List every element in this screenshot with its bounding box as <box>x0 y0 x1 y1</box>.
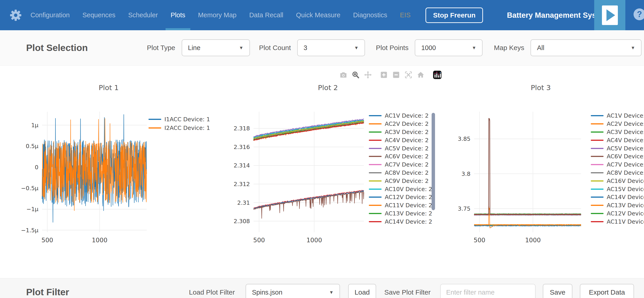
load-plot-filter-label: Load Plot Filter <box>189 284 235 298</box>
legend-item[interactable]: AC11V Device: 2 <box>369 201 432 210</box>
legend-line-swatch <box>148 128 161 128</box>
y-tick-label: 0 <box>35 164 38 170</box>
legend-line-swatch <box>591 140 604 141</box>
nav-tab-configuration[interactable]: Configuration <box>29 0 72 30</box>
legend-label: AC2V Device: 2 <box>385 120 429 127</box>
export-data-button[interactable]: Export Data <box>580 284 634 298</box>
legend-line-swatch <box>369 213 382 214</box>
run-play-button[interactable] <box>594 0 625 30</box>
plot-type-select[interactable]: Line ▼ <box>182 39 250 56</box>
plot-points-select[interactable]: 1000 ▼ <box>415 39 482 56</box>
legend-item[interactable]: AC8V Device: 3 <box>591 169 644 177</box>
nav-tab-diagnostics[interactable]: Diagnostics <box>351 0 389 30</box>
plot-legend: AC1V Device: 3AC2V Device: 3AC3V Device:… <box>591 112 644 226</box>
legend-item[interactable]: AC10V Device: 2 <box>369 185 432 193</box>
legend-item[interactable]: AC1V Device: 2 <box>369 112 432 120</box>
legend-line-swatch <box>369 115 382 116</box>
legend-item[interactable]: AC6V Device: 3 <box>591 152 644 160</box>
series-line <box>474 118 581 214</box>
legend-label: AC8V Device: 2 <box>385 170 429 176</box>
y-tick-label: 0.5µ <box>26 143 38 150</box>
chevron-down-icon: ▼ <box>354 45 358 50</box>
x-tick-label: 1000 <box>92 236 108 244</box>
legend-item[interactable]: AC5V Device: 2 <box>369 144 432 152</box>
legend-label: AC6V Device: 2 <box>385 153 429 160</box>
legend-item[interactable]: AC2V Device: 2 <box>369 120 432 128</box>
nav-tab-data-recall[interactable]: Data Recall <box>248 0 285 30</box>
legend-item[interactable]: AC3V Device: 2 <box>369 128 432 136</box>
y-tick-label: 3.85 <box>458 136 470 142</box>
plot-type-control: Plot Type Line ▼ <box>147 30 250 65</box>
legend-line-swatch <box>591 172 604 173</box>
map-keys-label: Map Keys <box>494 44 524 52</box>
legend-label: AC10V Device: 2 <box>385 186 432 192</box>
settings-gear-icon[interactable] <box>10 9 22 22</box>
legend-line-swatch <box>369 140 382 141</box>
plot-title: Plot 2 <box>318 84 338 92</box>
legend-item[interactable]: AC15V Device: 3 <box>591 185 644 193</box>
nav-tab-sequences[interactable]: Sequences <box>81 0 117 30</box>
legend-label: AC1V Device: 3 <box>607 112 644 119</box>
legend-label: I1ACC Device: 1 <box>164 116 210 122</box>
save-button[interactable]: Save <box>543 284 572 298</box>
load-filter-select[interactable]: Spins.json ▼ <box>246 284 340 298</box>
load-filter-value: Spins.json <box>252 289 282 296</box>
plot-count-value: 3 <box>304 44 307 52</box>
help-icon[interactable]: ? <box>634 8 644 20</box>
legend-line-swatch <box>369 205 382 206</box>
plot-count-select[interactable]: 3 ▼ <box>297 39 365 56</box>
map-keys-select[interactable]: All ▼ <box>530 39 642 56</box>
stop-freerun-button[interactable]: Stop Freerun <box>426 8 483 23</box>
legend-item[interactable]: AC2V Device: 3 <box>591 120 644 128</box>
filter-name-input[interactable] <box>440 284 536 298</box>
legend-item[interactable]: AC9V Device: 2 <box>369 177 432 185</box>
legend-item[interactable]: AC3V Device: 3 <box>591 128 644 136</box>
legend-item[interactable]: AC14V Device: 3 <box>591 193 644 201</box>
load-button[interactable]: Load <box>348 284 376 298</box>
legend-line-swatch <box>591 115 604 116</box>
nav-tab-quick-measure[interactable]: Quick Measure <box>294 0 342 30</box>
legend-item[interactable]: AC16V Device: 3 <box>591 177 644 185</box>
plot-title: Plot 3 <box>531 84 551 92</box>
legend-item[interactable]: AC4V Device: 3 <box>591 136 644 144</box>
legend-label: AC3V Device: 2 <box>385 129 429 135</box>
legend-line-swatch <box>591 164 604 165</box>
y-tick-label: 2.314 <box>234 162 250 169</box>
chevron-down-icon: ▼ <box>631 45 635 50</box>
nav-tab-scheduler[interactable]: Scheduler <box>126 0 160 30</box>
load-filter-select-wrap: Spins.json ▼ <box>246 284 340 298</box>
legend-item[interactable]: AC11V Device: 3 <box>591 218 644 226</box>
save-plot-filter-label: Save Plot Filter <box>384 284 430 298</box>
legend-item[interactable]: I1ACC Device: 1 <box>148 115 210 124</box>
legend-scrollbar[interactable] <box>432 113 435 210</box>
x-tick-label: 500 <box>253 236 265 244</box>
legend-label: AC15V Device: 3 <box>607 186 644 192</box>
legend-item[interactable]: AC12V Device: 2 <box>369 193 432 201</box>
legend-item[interactable]: AC6V Device: 2 <box>369 152 432 160</box>
legend-item[interactable]: AC4V Device: 2 <box>369 136 432 144</box>
legend-item[interactable]: AC1V Device: 3 <box>591 112 644 120</box>
legend-label: AC7V Device: 2 <box>385 161 429 168</box>
nav-tab-plots[interactable]: Plots <box>169 0 187 30</box>
legend-item[interactable]: AC13V Device: 3 <box>591 201 644 210</box>
legend-item[interactable]: AC14V Device: 2 <box>369 218 432 226</box>
plot-legend: AC1V Device: 2AC2V Device: 2AC3V Device:… <box>369 112 432 226</box>
legend-item[interactable]: AC7V Device: 2 <box>369 160 432 169</box>
play-icon <box>602 6 618 25</box>
legend-label: AC13V Device: 2 <box>385 210 432 217</box>
series-line <box>254 191 364 218</box>
nav-tab-memory-map[interactable]: Memory Map <box>196 0 238 30</box>
chevron-down-icon: ▼ <box>329 290 334 295</box>
legend-item[interactable]: AC8V Device: 2 <box>369 169 432 177</box>
legend-item[interactable]: AC5V Device: 3 <box>591 144 644 152</box>
legend-item[interactable]: I2ACC Device: 1 <box>148 124 210 132</box>
legend-item[interactable]: AC12V Device: 3 <box>591 210 644 218</box>
plot-canvas[interactable]: 1µ0.5µ0−0.5µ−1µ−1.5µ5001000Plot 1 <box>14 66 216 253</box>
legend-item[interactable]: AC7V Device: 3 <box>591 160 644 169</box>
y-tick-label: 2.316 <box>234 144 250 150</box>
y-tick-label: 3.75 <box>458 206 470 212</box>
y-tick-label: −0.5µ <box>21 185 38 192</box>
plot-count-label: Plot Count <box>259 44 291 52</box>
legend-label: AC4V Device: 3 <box>607 137 644 144</box>
legend-item[interactable]: AC13V Device: 2 <box>369 210 432 218</box>
